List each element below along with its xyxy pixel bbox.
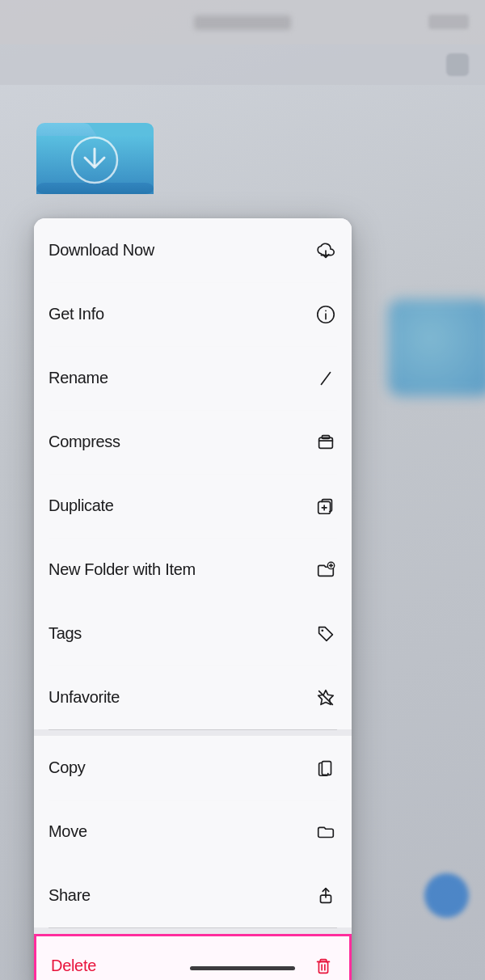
menu-separator-2 bbox=[34, 927, 352, 934]
svg-rect-12 bbox=[322, 435, 329, 438]
menu-item-tags[interactable]: Tags bbox=[34, 602, 352, 665]
move-icon bbox=[314, 821, 337, 843]
menu-item-new-folder-with-item[interactable]: New Folder with Item bbox=[34, 538, 352, 602]
menu-label-delete: Delete bbox=[51, 957, 96, 975]
svg-rect-2 bbox=[36, 183, 154, 194]
menu-label-rename: Rename bbox=[48, 369, 108, 387]
menu-label-compress: Compress bbox=[48, 433, 120, 451]
menu-item-duplicate[interactable]: Duplicate bbox=[34, 474, 352, 538]
background-folder-blur bbox=[388, 299, 485, 396]
menu-label-move: Move bbox=[48, 822, 87, 841]
top-bar bbox=[0, 0, 485, 44]
menu-item-copy[interactable]: Copy bbox=[34, 736, 352, 800]
context-menu: Download Now Get Info Rename bbox=[34, 218, 352, 980]
menu-item-get-info[interactable]: Get Info bbox=[34, 282, 352, 346]
menu-item-rename[interactable]: Rename bbox=[34, 346, 352, 410]
toolbar-row bbox=[0, 44, 485, 85]
copy-icon bbox=[314, 757, 337, 779]
unfavorite-icon bbox=[314, 686, 337, 709]
menu-label-copy: Copy bbox=[48, 758, 86, 777]
menu-label-download-now: Download Now bbox=[48, 241, 154, 260]
toolbar-icon-blur bbox=[446, 53, 469, 76]
menu-item-delete[interactable]: Delete bbox=[34, 934, 352, 980]
menu-label-duplicate: Duplicate bbox=[48, 496, 114, 515]
downloads-folder bbox=[36, 105, 154, 201]
cloud-download-icon bbox=[314, 239, 337, 262]
nav-right-button-blur bbox=[428, 15, 469, 29]
background-dot-blur bbox=[424, 873, 469, 918]
menu-label-new-folder-with-item: New Folder with Item bbox=[48, 560, 196, 579]
menu-item-move[interactable]: Move bbox=[34, 800, 352, 864]
nav-title-blur bbox=[194, 15, 291, 30]
menu-item-compress[interactable]: Compress bbox=[34, 410, 352, 474]
home-indicator bbox=[190, 966, 295, 970]
compress-icon bbox=[314, 431, 337, 454]
duplicate-icon bbox=[314, 495, 337, 517]
svg-point-8 bbox=[325, 310, 327, 311]
svg-rect-10 bbox=[319, 437, 333, 448]
svg-line-9 bbox=[321, 372, 330, 384]
trash-icon bbox=[312, 955, 335, 978]
svg-rect-24 bbox=[318, 961, 327, 973]
tag-icon bbox=[314, 623, 337, 645]
menu-item-unfavorite[interactable]: Unfavorite bbox=[34, 665, 352, 729]
menu-label-get-info: Get Info bbox=[48, 305, 104, 323]
menu-separator bbox=[34, 729, 352, 736]
menu-item-download-now[interactable]: Download Now bbox=[34, 218, 352, 282]
pencil-icon bbox=[314, 367, 337, 390]
menu-item-share[interactable]: Share bbox=[34, 864, 352, 927]
new-folder-icon bbox=[314, 559, 337, 581]
share-icon bbox=[314, 885, 337, 907]
menu-label-share: Share bbox=[48, 886, 91, 905]
svg-point-19 bbox=[321, 629, 323, 632]
menu-label-tags: Tags bbox=[48, 624, 82, 643]
menu-label-unfavorite: Unfavorite bbox=[48, 688, 120, 707]
info-icon bbox=[314, 303, 337, 326]
